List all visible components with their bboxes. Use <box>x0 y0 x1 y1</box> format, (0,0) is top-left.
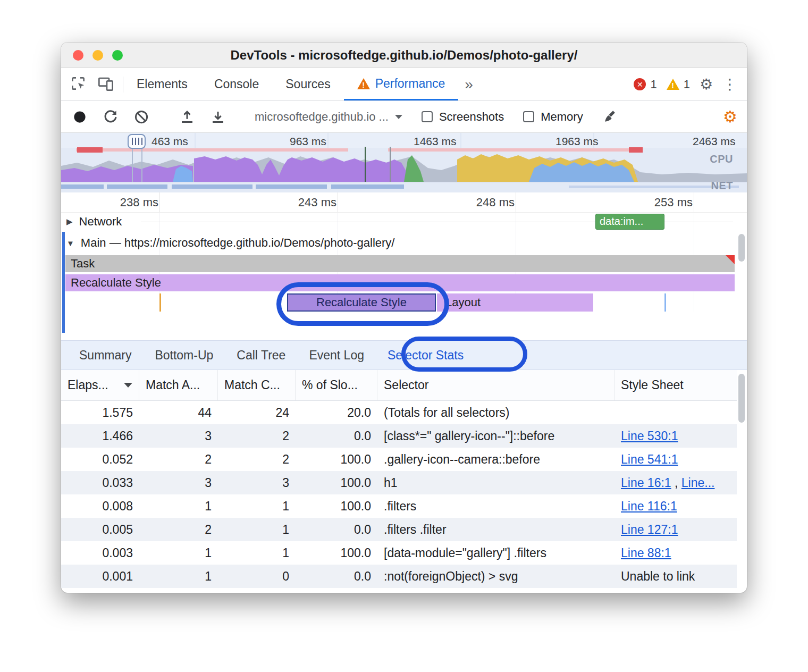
inspect-element-icon[interactable] <box>70 75 87 94</box>
reload-and-record-icon[interactable] <box>102 108 120 126</box>
recalculate-style-bar[interactable]: Recalculate Style <box>65 274 735 291</box>
ruler-label: 238 ms <box>100 196 158 209</box>
table-row[interactable]: 0.003 1 1 100.0 [data-module="gallery"] … <box>61 541 737 565</box>
chevron-down-icon <box>395 115 402 119</box>
ruler-tick <box>159 192 160 212</box>
layout-event-block[interactable]: Layout <box>436 293 593 312</box>
clear-icon[interactable] <box>132 108 150 126</box>
sort-descending-icon <box>124 383 132 388</box>
cpu-track-label: CPU <box>710 153 733 165</box>
event-tick-orange[interactable] <box>159 293 161 312</box>
event-tick-blue[interactable] <box>664 293 666 312</box>
column-header-style-sheet[interactable]: Style Sheet <box>615 370 737 400</box>
error-count-badge[interactable]: ✕ 1 <box>634 78 656 91</box>
style-sheet-link[interactable]: Line 16:1 <box>621 476 671 490</box>
tab-sources-label: Sources <box>285 77 330 91</box>
record-icon[interactable] <box>71 108 89 126</box>
table-row[interactable]: 0.005 2 1 0.0 .filters .filter Line 127:… <box>61 518 737 541</box>
window-title: DevTools - microsoftedge.github.io/Demos… <box>231 48 578 63</box>
chevron-right-icon: ▶ <box>66 217 73 226</box>
tabbar-tools <box>61 68 123 100</box>
details-tabbar: Summary Bottom-Up Call Tree Event Log Se… <box>61 340 747 370</box>
ruler-tick <box>516 192 516 212</box>
timeline-overview[interactable]: 463 ms 963 ms 1463 ms 1963 ms 2463 ms CP… <box>61 133 747 192</box>
overview-time-label: 1963 ms <box>556 135 599 148</box>
column-header-match-attempts[interactable]: Match A... <box>139 370 218 400</box>
tab-summary[interactable]: Summary <box>79 348 131 363</box>
network-track-label: Network <box>79 215 122 229</box>
network-track-toggle[interactable]: ▶ Network <box>66 215 122 229</box>
table-scrollbar[interactable] <box>738 372 745 589</box>
performance-toolbar: microsoftedge.github.io ... Screenshots … <box>61 101 747 133</box>
tab-performance[interactable]: ! Performance <box>344 68 459 100</box>
warning-icon: ! <box>667 79 679 90</box>
ruler-tick <box>338 192 338 212</box>
capture-settings-gear-icon[interactable]: ⚙ <box>723 109 737 125</box>
save-profile-icon[interactable] <box>209 108 227 126</box>
close-window-button[interactable] <box>73 50 83 61</box>
device-toolbar-icon[interactable] <box>97 75 114 94</box>
recalculate-style-selected-block[interactable]: Recalculate Style <box>287 293 436 312</box>
checkbox-icon <box>523 111 534 122</box>
tab-console[interactable]: Console <box>201 68 272 100</box>
table-row[interactable]: 1.575 44 24 20.0 (Totals for all selecto… <box>61 401 737 424</box>
selector-stats-table: 1.575 44 24 20.0 (Totals for all selecto… <box>61 401 737 588</box>
table-row[interactable]: 0.008 1 1 100.0 .filters Line 116:1 <box>61 494 737 518</box>
style-sheet-link[interactable]: Line 127:1 <box>621 523 678 536</box>
tab-call-tree[interactable]: Call Tree <box>237 348 285 363</box>
timeline-tracks: ▶ Network data:im... ▼ Main — https://mi… <box>61 213 747 340</box>
network-request-block[interactable]: data:im... <box>595 214 664 230</box>
tab-elements[interactable]: Elements <box>123 68 201 100</box>
style-sheet-link[interactable]: Line 116:1 <box>621 499 677 513</box>
profile-select[interactable]: microsoftedge.github.io ... <box>255 110 402 124</box>
profile-select-value: microsoftedge.github.io ... <box>255 110 389 124</box>
more-tabs-icon[interactable]: » <box>458 68 479 100</box>
timeline-scrollbar[interactable] <box>738 214 745 337</box>
garbage-collect-icon[interactable] <box>602 108 620 126</box>
scrollbar-thumb[interactable] <box>738 234 745 262</box>
zoom-window-button[interactable] <box>112 50 123 61</box>
load-profile-icon[interactable] <box>178 108 196 126</box>
memory-label: Memory <box>541 110 583 124</box>
minimize-window-button[interactable] <box>92 50 103 61</box>
table-row[interactable]: 0.001 1 0 0.0 :not(foreignObject) > svg … <box>61 565 737 588</box>
chevron-down-icon: ▼ <box>66 239 74 248</box>
column-header-pct-slow[interactable]: % of Slo... <box>296 370 377 400</box>
warning-count: 1 <box>684 78 690 91</box>
style-sheet-link[interactable]: Line 530:1 <box>621 429 678 443</box>
settings-gear-icon[interactable]: ⚙ <box>700 77 713 92</box>
main-track-toggle[interactable]: ▼ Main — https://microsoftedge.github.io… <box>66 236 394 250</box>
style-sheet-unlinked: Unable to link <box>615 569 737 584</box>
memory-checkbox[interactable]: Memory <box>523 110 583 124</box>
kebab-menu-icon[interactable]: ⋮ <box>722 77 737 92</box>
timeline-ruler: 238 ms 243 ms 248 ms 253 ms <box>61 192 747 213</box>
tab-elements-label: Elements <box>137 77 188 91</box>
overview-drag-handle[interactable] <box>128 135 145 148</box>
selector-stats-header: Elaps... Match A... Match C... % of Slo.… <box>61 370 737 401</box>
table-row[interactable]: 0.052 2 2 100.0 .gallery-icon--camera::b… <box>61 448 737 471</box>
main-track-label: Main — https://microsoftedge.github.io/D… <box>81 236 395 250</box>
style-sheet-link[interactable]: Line 88:1 <box>621 546 671 560</box>
table-row[interactable]: 0.033 3 3 100.0 h1 Line 16:1 , Line... <box>61 471 737 494</box>
screenshots-checkbox[interactable]: Screenshots <box>422 110 504 124</box>
net-track-label: NET <box>711 180 734 192</box>
style-sheet-link[interactable]: Line 541:1 <box>621 452 678 466</box>
warning-count-badge[interactable]: ! 1 <box>667 78 690 91</box>
table-row[interactable]: 1.466 3 2 0.0 [class*=" gallery-icon--"]… <box>61 424 737 448</box>
tab-selector-stats[interactable]: Selector Stats <box>388 348 464 363</box>
tab-bottom-up[interactable]: Bottom-Up <box>155 348 213 363</box>
tab-event-log[interactable]: Event Log <box>309 348 364 363</box>
scrollbar-thumb[interactable] <box>738 374 745 423</box>
column-header-selector[interactable]: Selector <box>377 370 615 400</box>
overview-time-label: 963 ms <box>290 135 326 148</box>
devtools-tabbar: Elements Console Sources ! Performance »… <box>61 68 747 101</box>
task-event-bar[interactable]: Task <box>65 255 735 272</box>
tab-sources[interactable]: Sources <box>272 68 343 100</box>
overview-time-label: 2463 ms <box>693 135 736 148</box>
checkbox-icon <box>422 111 433 122</box>
column-header-elapsed[interactable]: Elaps... <box>61 370 139 400</box>
column-header-match-count[interactable]: Match C... <box>218 370 296 400</box>
style-sheet-link[interactable]: Line... <box>681 476 715 490</box>
long-task-warning-triangle <box>726 255 735 264</box>
ruler-label: 243 ms <box>278 196 336 209</box>
